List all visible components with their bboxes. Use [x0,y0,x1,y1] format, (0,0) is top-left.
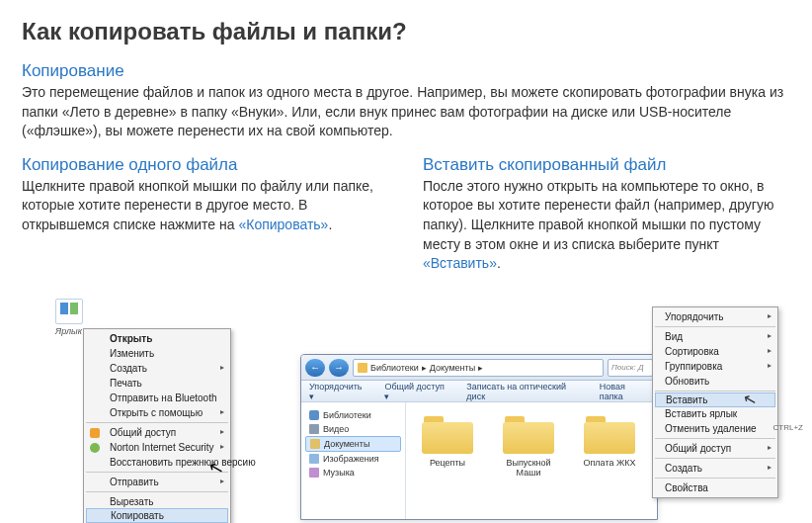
desktop-file-icon[interactable] [55,299,83,324]
documents-icon [310,439,320,449]
share-icon [90,428,100,438]
toolbar-burn[interactable]: Записать на оптический диск [466,382,582,401]
explorer-content[interactable]: Рецепты Выпускной Маши Оплата ЖКХ [406,402,657,519]
keyboard-shortcut: CTRL+Z [773,423,803,432]
intro-text: Это перемещение файлов и папок из одного… [22,83,790,141]
images-icon [309,454,319,464]
menu2-paste-shortcut[interactable]: Вставить ярлык [653,406,777,421]
menu-create[interactable]: Создать [84,361,230,376]
right-text-pre: После этого нужно открыть на компьютере … [423,178,773,252]
menu-norton[interactable]: Norton Internet Security [84,440,230,455]
address-bar[interactable]: Библиотеки ▸ Документы ▸ [353,359,604,377]
section-heading-intro: Копирование [22,61,790,81]
folder-icon [422,412,473,454]
sidebar-item-documents[interactable]: Документы [305,436,401,452]
context-menu-file: Открыть Изменить Создать Печать Отправит… [83,328,231,523]
menu2-share[interactable]: Общий доступ [653,441,777,456]
menu-separator [655,326,775,327]
right-text-post: . [497,255,501,271]
folder-item[interactable]: Оплата ЖКХ [574,412,645,509]
sidebar-item-music[interactable]: Музыка [305,466,401,479]
menu-open-with[interactable]: Открыть с помощью [84,405,230,420]
explorer-toolbar: Упорядочить ▾ Общий доступ ▾ Записать на… [301,381,657,402]
copy-link: «Копировать» [238,217,328,232]
menu-separator [86,422,228,423]
folder-item[interactable]: Рецепты [412,412,483,509]
toolbar-new-folder[interactable]: Новая папка [600,382,649,401]
menu-copy[interactable]: Копировать [86,508,228,523]
folder-item[interactable]: Выпускной Маши [493,412,564,509]
doc-thumb-icon [60,303,68,314]
breadcrumb-docs[interactable]: Документы [430,363,475,373]
sidebar-item-images[interactable]: Изображения [305,452,401,466]
menu-print[interactable]: Печать [84,376,230,391]
menu2-undo[interactable]: Отменить удалениеCTRL+Z [653,421,777,436]
menu2-refresh[interactable]: Обновить [653,374,777,389]
menu2-arrange[interactable]: Упорядочить [653,309,777,324]
menu-cut[interactable]: Вырезать [84,494,230,509]
breadcrumb-lib[interactable]: Библиотеки [370,363,419,373]
search-input[interactable]: Поиск: Д [608,359,653,377]
folder-icon [584,412,635,454]
menu2-create[interactable]: Создать [653,461,777,476]
section-heading-left: Копирование одного файла [22,155,389,175]
menu2-properties[interactable]: Свойства [653,480,777,495]
menu-separator [655,391,775,392]
chevron-right-icon: ▸ [478,363,483,373]
right-text: После этого нужно открыть на компьютере … [423,177,790,274]
menu-separator [655,438,775,439]
left-text: Щелкните правой кнопкой мышки по файлу и… [22,177,389,235]
section-heading-right: Вставить скопированный файл [423,155,790,175]
norton-icon [90,443,100,453]
folder-label: Выпускной Маши [493,458,564,478]
toolbar-share[interactable]: Общий доступ ▾ [384,382,448,401]
doc-thumb-icon [70,303,78,314]
context-menu-empty: Упорядочить Вид Сортировка Группировка О… [652,306,778,498]
menu2-view[interactable]: Вид [653,329,777,344]
menu-share[interactable]: Общий доступ [84,425,230,440]
menu-edit[interactable]: Изменить [84,346,230,361]
folder-label: Оплата ЖКХ [574,458,645,468]
library-icon [309,410,319,420]
nav-forward-button[interactable]: → [329,359,349,377]
sidebar-item-libraries[interactable]: Библиотеки [305,408,401,422]
menu-separator [655,458,775,459]
explorer-navbar: ← → Библиотеки ▸ Документы ▸ Поиск: Д [301,355,657,381]
menu-send[interactable]: Отправить [84,475,230,489]
menu-bluetooth[interactable]: Отправить на Bluetooth [84,391,230,405]
music-icon [309,468,319,478]
folder-icon [358,363,367,373]
desktop-icon-caption: Ярлык [55,326,83,336]
folder-label: Рецепты [412,458,483,468]
menu2-sort[interactable]: Сортировка [653,344,777,359]
video-icon [309,424,319,434]
menu-separator [655,478,775,479]
page-title: Как копировать файлы и папки? [22,18,790,45]
toolbar-organize[interactable]: Упорядочить ▾ [309,382,366,401]
nav-back-button[interactable]: ← [305,359,325,377]
paste-link: «Вставить» [423,255,497,271]
explorer-sidebar: Библиотеки Видео Документы Изображения М… [301,402,406,519]
menu2-group[interactable]: Группировка [653,359,777,374]
folder-icon [503,412,554,454]
explorer-window: ← → Библиотеки ▸ Документы ▸ Поиск: Д Уп… [300,354,658,520]
menu-open[interactable]: Открыть [84,331,230,346]
menu-separator [86,491,228,492]
left-text-post: . [328,217,332,232]
screenshot-left: Ярлык Открыть Изменить Создать Печать От… [55,299,83,336]
sidebar-item-video[interactable]: Видео [305,422,401,436]
chevron-right-icon: ▸ [422,363,427,373]
menu-separator [86,472,228,473]
